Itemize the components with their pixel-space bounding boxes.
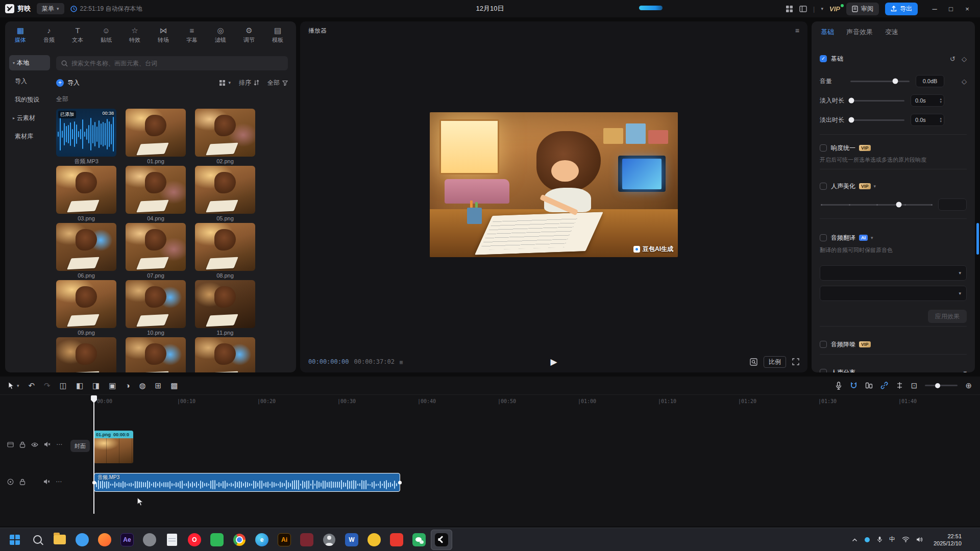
export-button[interactable]: 导出: [885, 3, 918, 15]
fit-zoom-icon[interactable]: [750, 358, 757, 366]
fade-in-slider[interactable]: [850, 100, 904, 102]
magnet-snap-icon[interactable]: [850, 382, 857, 389]
vocal-split-checkbox[interactable]: [820, 369, 827, 372]
cover-button[interactable]: 封面: [70, 440, 90, 452]
sidebar-item[interactable]: ▸ 云素材: [9, 110, 50, 126]
media-thumbnail[interactable]: [126, 109, 186, 157]
sort-button[interactable]: 排序: [239, 79, 259, 87]
taskbar-utility-gray[interactable]: [139, 530, 160, 550]
sidebar-item[interactable]: 导入: [9, 73, 50, 89]
fade-out-slider-knob[interactable]: [849, 117, 854, 123]
select-tool-button[interactable]: ▾: [8, 382, 19, 390]
voice-beautify-slider[interactable]: [821, 204, 932, 206]
wifi-icon[interactable]: [902, 537, 910, 542]
track-audio-icon[interactable]: [7, 479, 14, 485]
fade-out-slider[interactable]: [850, 119, 904, 121]
media-tab[interactable]: ⚙ 调节: [235, 24, 263, 51]
media-item[interactable]: 07.png: [126, 223, 186, 279]
crop-icon[interactable]: ▣: [109, 381, 116, 390]
review-button[interactable]: 审阅: [846, 3, 879, 15]
media-tab[interactable]: ≡ 字幕: [178, 24, 206, 51]
taskbar-word[interactable]: W: [341, 530, 362, 550]
denoise-checkbox[interactable]: [820, 341, 827, 348]
media-thumbnail[interactable]: [56, 280, 116, 328]
maximize-button[interactable]: □: [943, 5, 959, 13]
translate-language-select[interactable]: ▾: [820, 265, 967, 281]
media-thumbnail[interactable]: [126, 166, 186, 214]
reset-icon[interactable]: ↺: [950, 55, 955, 63]
menu-button[interactable]: 菜单▾: [37, 3, 64, 14]
more-options-icon[interactable]: ⋯: [56, 441, 62, 448]
zoom-slider-knob[interactable]: [935, 383, 940, 388]
split-icon[interactable]: ◫: [60, 381, 67, 390]
chevron-down-icon[interactable]: ▾: [871, 235, 873, 240]
chevron-down-icon[interactable]: ▾: [874, 184, 876, 189]
fit-timeline-icon[interactable]: ⊡: [911, 381, 918, 390]
media-thumbnail[interactable]: [195, 223, 255, 271]
filter-button[interactable]: 全部: [267, 79, 288, 87]
sidebar-item[interactable]: 素材库: [9, 129, 50, 144]
inspector-tab[interactable]: 基础: [821, 28, 834, 37]
taskbar-explorer[interactable]: [49, 530, 70, 550]
view-mode-button[interactable]: ▾: [219, 80, 231, 86]
media-thumbnail[interactable]: [195, 166, 255, 214]
media-item[interactable]: 10.png: [126, 280, 186, 336]
media-item[interactable]: 08.png: [195, 223, 255, 279]
player-menu-icon[interactable]: ≡: [795, 27, 799, 35]
minimize-button[interactable]: ─: [927, 5, 942, 13]
taskbar-app-yellow[interactable]: [363, 530, 385, 550]
media-tab[interactable]: ▦ 媒体: [6, 24, 35, 51]
eye-icon[interactable]: [31, 442, 38, 447]
media-tab[interactable]: ◎ 滤镜: [206, 24, 235, 51]
media-item[interactable]: 13.png: [126, 337, 186, 372]
media-thumbnail[interactable]: [126, 223, 186, 271]
keyframe-icon[interactable]: ◇: [962, 78, 967, 85]
replace-icon[interactable]: ▩: [170, 381, 178, 390]
chevron-down-icon[interactable]: ▾: [821, 6, 824, 11]
sidebar-item[interactable]: ▾ 本地: [9, 55, 50, 70]
ratio-button[interactable]: 比例: [764, 356, 786, 368]
search-bar[interactable]: [56, 56, 288, 70]
fade-in-value[interactable]: 0.0s ▴▾: [911, 94, 944, 107]
media-thumbnail[interactable]: [126, 337, 186, 372]
track-format-icon[interactable]: [7, 441, 14, 448]
inspector-tab[interactable]: 变速: [885, 28, 898, 37]
taskbar-clock[interactable]: 22:51 2025/12/10: [929, 533, 966, 547]
taskbar-opera[interactable]: O: [184, 530, 205, 550]
mute-icon[interactable]: [43, 479, 50, 485]
media-item[interactable]: 02.png: [195, 109, 255, 164]
close-button[interactable]: ×: [960, 5, 975, 13]
mirror-icon[interactable]: ◑: [125, 381, 130, 390]
media-tab[interactable]: ☺ 贴纸: [92, 24, 120, 51]
media-item[interactable]: 06.png: [56, 223, 116, 279]
loudness-checkbox[interactable]: [820, 144, 827, 152]
taskbar-edge[interactable]: e: [251, 530, 273, 550]
taskbar-chrome[interactable]: [229, 530, 250, 550]
keyframe-icon[interactable]: ◇: [962, 55, 967, 63]
taskbar-after-effects[interactable]: Ae: [116, 530, 138, 550]
undo-icon[interactable]: ↶: [29, 381, 35, 390]
chevron-down-icon[interactable]: ▾: [963, 369, 967, 373]
search-input[interactable]: [71, 60, 283, 67]
playhead[interactable]: [93, 395, 94, 514]
redo-icon[interactable]: ↷: [44, 381, 51, 390]
media-item[interactable]: 已添加 00:38 音频.MP3: [56, 109, 116, 164]
media-tab[interactable]: ⋈ 转场: [149, 24, 178, 51]
stepper-icons[interactable]: ▴▾: [940, 97, 942, 104]
sidebar-item[interactable]: 我的预设: [9, 92, 50, 107]
import-button[interactable]: + 导入: [56, 79, 80, 87]
taskbar-illustrator[interactable]: Ai: [274, 530, 295, 550]
media-tab[interactable]: T 文本: [63, 24, 92, 51]
voice-beautify-checkbox[interactable]: [820, 183, 827, 190]
media-item[interactable]: 05.png: [195, 166, 255, 221]
taskbar-app-red[interactable]: [386, 530, 407, 550]
lock-icon[interactable]: [19, 441, 26, 448]
mute-icon[interactable]: [44, 441, 51, 447]
video-preview[interactable]: 豆包AI生成: [430, 112, 678, 257]
taskbar-search[interactable]: [27, 530, 48, 550]
media-thumbnail[interactable]: [56, 166, 116, 214]
vip-badge[interactable]: VIP: [829, 5, 840, 13]
more-options-icon[interactable]: ⋯: [56, 478, 62, 485]
lock-icon[interactable]: [19, 479, 26, 485]
media-item[interactable]: 04.png: [126, 166, 186, 221]
